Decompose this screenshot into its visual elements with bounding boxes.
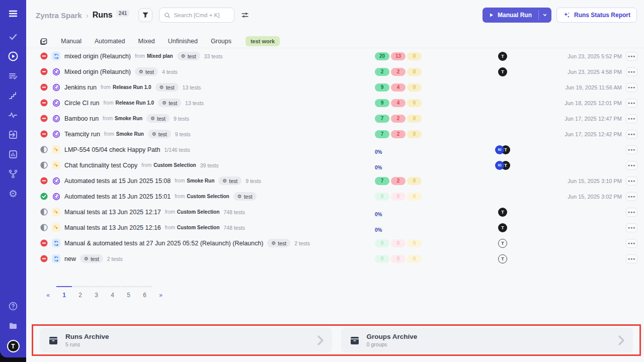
settings-gear-icon[interactable]: ⚙ xyxy=(8,188,19,199)
tests-check-icon[interactable] xyxy=(8,31,19,42)
avatar-ki[interactable]: KI xyxy=(495,161,504,170)
header-actions: Manual Run Runs Status Report xyxy=(482,8,637,23)
tab-automated[interactable]: Automated xyxy=(95,38,125,45)
run-title[interactable]: Automated tests at 15 Jun 2025 15:01 xyxy=(64,193,171,200)
config-badge[interactable]: ⚙test xyxy=(177,52,200,60)
imports-box-arrow-icon[interactable] xyxy=(8,129,19,140)
breadcrumb-project[interactable]: Zyntra Spark xyxy=(36,11,82,20)
row-menu-button[interactable]: ●●● xyxy=(626,239,637,248)
projects-folder-icon[interactable] xyxy=(8,320,19,331)
row-menu-button[interactable]: ●●● xyxy=(626,130,637,139)
row-menu-button[interactable]: ●●● xyxy=(626,83,637,92)
runs-archive-card[interactable]: Runs Archive 5 runs xyxy=(40,328,332,352)
run-title[interactable]: Chat functinality test Copy xyxy=(64,162,137,169)
run-title[interactable]: Manual tests at 13 Jun 2025 12:17 xyxy=(64,209,161,216)
row-menu-button[interactable]: ●●● xyxy=(626,176,637,186)
search-box[interactable] xyxy=(159,8,234,23)
groups-archive-card[interactable]: Groups Archive 0 groups xyxy=(341,328,633,352)
run-main: mixed origin (Relaunch)fromMixed plan⚙te… xyxy=(40,52,375,60)
run-title[interactable]: Teamcity run xyxy=(64,131,100,138)
config-badge[interactable]: ⚙test xyxy=(146,114,170,123)
pagination-page-6[interactable]: 6 xyxy=(137,286,152,299)
run-title[interactable]: Manual tests at 13 Jun 2025 12:16 xyxy=(64,224,161,231)
run-title[interactable]: new xyxy=(64,255,76,262)
help-icon[interactable] xyxy=(8,301,19,312)
insights-activity-icon[interactable] xyxy=(8,110,19,121)
config-badge[interactable]: ⚙test xyxy=(135,67,158,76)
run-title[interactable]: mixed origin (Relaunch) xyxy=(64,53,131,60)
filter-button[interactable] xyxy=(138,8,152,22)
avatar-t[interactable]: T xyxy=(498,52,507,61)
config-badge-label: test xyxy=(188,53,196,59)
run-title[interactable]: Automated tests at 15 Jun 2025 15:08 xyxy=(64,177,171,185)
pagination-prev[interactable]: « xyxy=(40,286,56,299)
avatar-t[interactable]: T xyxy=(498,223,507,232)
passed-count-pill: 9 xyxy=(375,99,389,107)
gear-icon: ⚙ xyxy=(139,69,143,74)
config-badge[interactable]: ⚙test xyxy=(80,254,103,263)
config-badge[interactable]: ⚙test xyxy=(218,176,242,185)
test-plans-list-icon[interactable] xyxy=(8,70,19,81)
row-menu-button[interactable]: ●●● xyxy=(626,161,637,170)
tests-count: 9 tests xyxy=(246,178,261,184)
config-badge[interactable]: ⚙test xyxy=(158,99,181,107)
run-title[interactable]: Bamboo run xyxy=(64,115,99,122)
run-main: Automated tests at 15 Jun 2025 15:08from… xyxy=(40,176,375,185)
runs-play-circle-icon[interactable] xyxy=(8,51,19,62)
row-menu-button[interactable]: ●●● xyxy=(626,192,637,201)
row-menu-button[interactable]: ●●● xyxy=(626,99,637,108)
pagination-page-4[interactable]: 4 xyxy=(105,286,120,299)
run-row: Automated tests at 15 Jun 2025 15:01from… xyxy=(26,189,644,204)
run-title[interactable]: LMP-554 05/04 check Happy Path xyxy=(64,146,160,153)
avatar-t[interactable]: T xyxy=(498,239,507,248)
config-badge-label: test xyxy=(229,178,237,184)
pagination-page-1[interactable]: 1 xyxy=(56,286,72,299)
row-menu-button[interactable]: ●●● xyxy=(626,114,637,123)
select-all-icon[interactable] xyxy=(39,37,48,46)
avatar-t[interactable]: T xyxy=(498,67,507,76)
run-date: Jun 17, 2025 12:47 PM xyxy=(535,116,626,122)
view-options-sliders-icon[interactable] xyxy=(241,11,249,19)
avatar-t[interactable]: T xyxy=(498,254,507,263)
config-badge[interactable]: ⚙test xyxy=(155,83,179,92)
row-menu-button[interactable]: ●●● xyxy=(626,67,637,76)
run-row: Mixed origin (Relaunch)⚙test4 tests220TJ… xyxy=(26,64,644,79)
blocked-count-pill: 0 xyxy=(407,115,422,123)
search-input[interactable] xyxy=(174,12,229,18)
row-menu-button[interactable]: ●●● xyxy=(626,254,637,263)
run-date: Jun 18, 2025 12:01 PM xyxy=(535,100,626,106)
config-badge[interactable]: ⚙test xyxy=(267,239,290,247)
run-title[interactable]: Jenkins run xyxy=(64,84,97,91)
tab-groups[interactable]: Groups xyxy=(211,38,231,45)
pagination-next[interactable]: » xyxy=(153,286,169,299)
pagination-page-2[interactable]: 2 xyxy=(72,286,88,299)
filter-chip[interactable]: test work xyxy=(246,36,280,46)
tab-mixed[interactable]: Mixed xyxy=(138,38,154,45)
pagination-page-3[interactable]: 3 xyxy=(89,286,104,299)
account-avatar[interactable]: T xyxy=(7,340,20,352)
row-menu-button[interactable]: ●●● xyxy=(626,208,637,217)
groups-archive-count: 0 groups xyxy=(367,341,418,347)
run-title[interactable]: Mixed origin (Relaunch) xyxy=(64,68,131,75)
row-menu-button[interactable]: ●●● xyxy=(626,52,637,61)
avatar-t[interactable]: T xyxy=(498,208,507,217)
row-menu-button[interactable]: ●●● xyxy=(626,223,637,232)
passed-count-pill: 7 xyxy=(375,115,389,123)
milestones-steps-icon[interactable] xyxy=(8,90,19,101)
integrations-branch-icon[interactable] xyxy=(8,168,19,179)
manual-run-button[interactable]: Manual Run xyxy=(482,8,551,23)
tab-unfinished[interactable]: Unfinished xyxy=(168,38,198,45)
result-counts: 940 xyxy=(375,83,423,92)
run-title[interactable]: Manual & automated tests at 27 Jun 2025 … xyxy=(64,240,263,247)
manual-run-dropdown[interactable] xyxy=(539,8,551,23)
pagination-page-5[interactable]: 5 xyxy=(121,286,136,299)
config-badge[interactable]: ⚙test xyxy=(148,130,171,138)
row-menu-button[interactable]: ●●● xyxy=(626,145,637,154)
runs-status-report-button[interactable]: Runs Status Report xyxy=(556,8,637,23)
tab-manual[interactable]: Manual xyxy=(61,38,82,45)
avatar-ki[interactable]: KI xyxy=(495,145,504,154)
analytics-chart-icon[interactable] xyxy=(8,149,19,160)
config-badge[interactable]: ⚙test xyxy=(233,192,257,201)
run-title[interactable]: Circle CI run xyxy=(64,100,99,107)
menu-icon[interactable] xyxy=(8,8,19,19)
